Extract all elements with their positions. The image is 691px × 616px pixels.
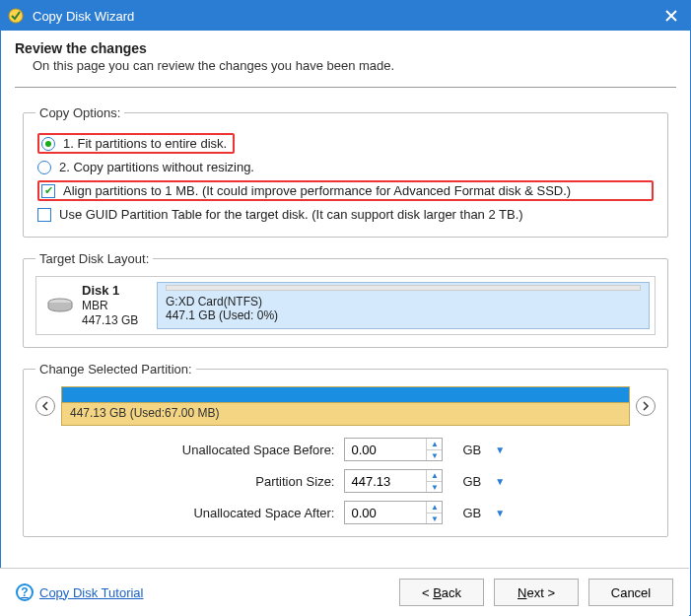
disk-name: Disk 1 — [82, 283, 119, 298]
highlight-box: Align partitions to 1 MB. (It could impr… — [37, 180, 654, 201]
target-layout-legend: Target Disk Layout: — [35, 251, 153, 266]
before-input-wrapper: ▲▼ — [344, 438, 443, 461]
radio-copy-no-resize[interactable] — [37, 161, 51, 174]
help-icon: ? — [16, 583, 34, 601]
spin-down[interactable]: ▼ — [427, 482, 442, 493]
page-header: Review the changes On this page you can … — [1, 31, 690, 87]
slider-prev-button[interactable] — [35, 396, 55, 416]
before-label: Unallocated Space Before: — [182, 443, 335, 457]
close-button[interactable] — [658, 3, 684, 29]
spin-up[interactable]: ▲ — [427, 439, 442, 450]
title-bar: Copy Disk Wizard — [1, 1, 690, 31]
copy-options-legend: Copy Options: — [35, 105, 124, 120]
disk-layout-row: Disk 1 MBR 447.13 GB G:XD Card(NTFS) 447… — [35, 276, 656, 335]
help-link[interactable]: ? Copy Disk Tutorial — [16, 583, 143, 601]
spin-up[interactable]: ▲ — [427, 470, 442, 482]
footer: ? Copy Disk Tutorial < Back Next > Cance… — [0, 568, 689, 616]
slider-label: 447.13 GB (Used:67.00 MB) — [62, 403, 629, 423]
size-input-wrapper: ▲▼ — [344, 469, 443, 493]
next-button[interactable]: Next > — [494, 579, 579, 606]
slider-fill — [62, 387, 629, 403]
partition-usage: 447.1 GB (Used: 0%) — [166, 308, 641, 322]
disk-type: MBR — [82, 299, 108, 312]
page-subtitle: On this page you can review the changes … — [33, 58, 676, 73]
unit-dropdown[interactable]: ▼ — [491, 506, 509, 520]
after-input-wrapper: ▲▼ — [344, 501, 443, 524]
help-label: Copy Disk Tutorial — [39, 585, 143, 600]
target-layout-group: Target Disk Layout: Disk 1 MBR 447.13 GB… — [23, 251, 668, 348]
back-button[interactable]: < Back — [399, 579, 484, 606]
after-label: Unallocated Space After: — [182, 506, 335, 520]
radio-copy-label: 2. Copy partitions without resizing. — [59, 160, 254, 174]
partition-block[interactable]: G:XD Card(NTFS) 447.1 GB (Used: 0%) — [157, 282, 650, 329]
spin-up[interactable]: ▲ — [427, 502, 442, 513]
page-title: Review the changes — [15, 40, 676, 56]
after-input[interactable] — [345, 502, 426, 523]
size-input[interactable] — [345, 470, 426, 492]
partition-slider[interactable]: 447.13 GB (Used:67.00 MB) — [61, 386, 630, 426]
radio-fit-partitions[interactable] — [41, 137, 55, 151]
change-partition-group: Change Selected Partition: 447.13 GB (Us… — [23, 362, 668, 537]
slider-next-button[interactable] — [636, 396, 656, 416]
copy-options-group: Copy Options: 1. Fit partitions to entir… — [23, 105, 668, 238]
checkbox-align-1mb[interactable] — [41, 184, 55, 198]
app-icon — [7, 7, 25, 25]
checkbox-align-label: Align partitions to 1 MB. (It could impr… — [63, 183, 571, 198]
highlight-box: 1. Fit partitions to entire disk. — [37, 133, 235, 154]
unit-dropdown[interactable]: ▼ — [491, 443, 509, 457]
partition-label: G:XD Card(NTFS) — [166, 295, 641, 308]
change-partition-legend: Change Selected Partition: — [35, 362, 196, 376]
window-title: Copy Disk Wizard — [33, 9, 658, 24]
disk-icon — [46, 297, 74, 314]
checkbox-guid[interactable] — [37, 208, 51, 222]
unit-label: GB — [462, 506, 481, 520]
checkbox-guid-label: Use GUID Partition Table for the target … — [59, 207, 523, 222]
disk-info: Disk 1 MBR 447.13 GB — [36, 277, 155, 334]
radio-fit-label: 1. Fit partitions to entire disk. — [63, 136, 227, 151]
unit-label: GB — [462, 474, 481, 489]
size-label: Partition Size: — [182, 474, 335, 489]
disk-size: 447.13 GB — [82, 313, 138, 327]
usage-mini-bar — [166, 285, 641, 291]
before-input[interactable] — [345, 439, 426, 460]
unit-label: GB — [462, 443, 481, 457]
cancel-button[interactable]: Cancel — [588, 579, 673, 606]
spin-down[interactable]: ▼ — [427, 450, 442, 461]
spin-down[interactable]: ▼ — [427, 513, 442, 524]
unit-dropdown[interactable]: ▼ — [491, 474, 509, 489]
